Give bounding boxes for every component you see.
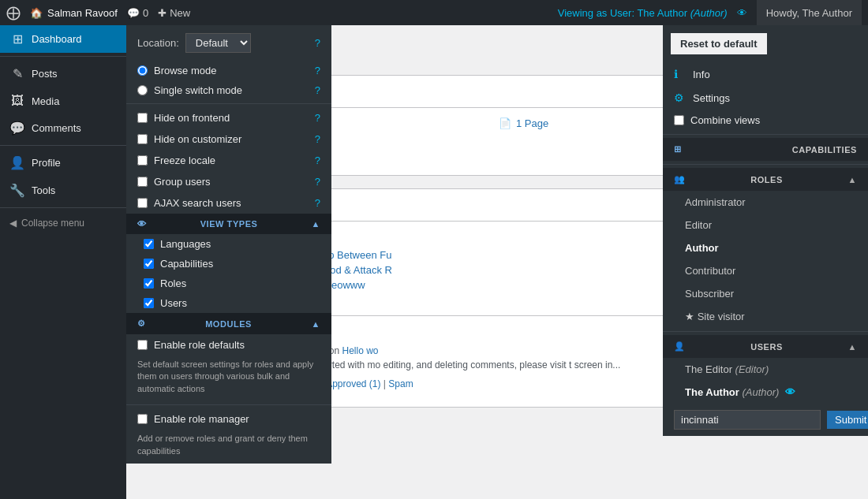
tools-icon: 🔧 [9, 183, 25, 198]
hide-frontend-row: Hide on frontend ? [126, 107, 331, 128]
group-users-help[interactable]: ? [315, 176, 320, 188]
divider [126, 103, 331, 104]
hide-frontend-checkbox[interactable] [137, 113, 148, 123]
admin-bar: ⨁ 🏠 Salman Ravoof 💬 0 ✚ New Viewing as U… [0, 0, 868, 25]
users-checkbox[interactable] [144, 298, 154, 308]
modules-header: ⚙ MODULES ▲ [126, 313, 331, 334]
user-author[interactable]: The Author (Author) 👁 [663, 381, 868, 404]
comments-approved-link[interactable]: Approved (1) [326, 378, 380, 389]
left-settings-panel: Location: Default Custom ? Browse mode ?… [126, 25, 331, 464]
single-switch-help[interactable]: ? [315, 84, 320, 96]
ajax-search-label: AJAX search users [154, 197, 241, 209]
howdy-text[interactable]: Howdy, The Author [757, 0, 862, 25]
location-row: Location: Default Custom ? [126, 25, 331, 61]
location-select[interactable]: Default Custom [185, 33, 251, 53]
sidebar-item-dashboard[interactable]: ⊞ Dashboard [0, 25, 126, 53]
enable-role-manager-desc: Add or remove roles and grant or deny th… [126, 430, 331, 464]
search-input[interactable] [674, 410, 821, 430]
roles-collapse[interactable]: ▲ [848, 175, 857, 184]
freeze-locale-row: Freeze locale ? [126, 150, 331, 171]
ajax-search-checkbox[interactable] [137, 198, 148, 208]
roles-checkbox[interactable] [144, 278, 154, 289]
divider-4 [663, 164, 868, 165]
view-types-icon: 👁 [137, 219, 147, 229]
users-section-label: USERS [750, 342, 783, 352]
role-subscriber[interactable]: Subscriber [663, 282, 868, 305]
wp-logo-icon[interactable]: ⨁ [6, 4, 21, 21]
view-types-label: VIEW TYPES [200, 219, 258, 229]
info-row[interactable]: ℹ Info [663, 62, 868, 86]
capabilities-section-label: CAPABILITIES [792, 145, 857, 155]
comments-count[interactable]: 💬 0 [127, 7, 148, 19]
enable-role-defaults-desc: Set default screen settings for roles an… [126, 356, 331, 401]
sidebar-item-media[interactable]: 🖼 Media [0, 88, 126, 114]
comment-post-link[interactable]: Hello wo [342, 345, 379, 356]
browse-mode-label: Browse mode [154, 65, 216, 76]
role-author[interactable]: Author [663, 236, 868, 259]
ajax-search-row: AJAX search users ? [126, 192, 331, 214]
combine-views-label: Combine views [690, 114, 760, 126]
browse-mode-radio[interactable] [137, 65, 148, 76]
freeze-locale-checkbox[interactable] [137, 155, 148, 166]
capabilities-checkbox[interactable] [144, 259, 154, 269]
roles-label: Roles [160, 277, 186, 289]
collapse-menu-button[interactable]: ◀ Collapse menu [0, 211, 126, 235]
enable-role-manager-label: Enable role manager [154, 413, 249, 425]
enable-role-manager-checkbox[interactable] [137, 414, 148, 424]
role-administrator[interactable]: Administrator [663, 191, 868, 214]
eye-icon[interactable]: 👁 [737, 7, 747, 19]
users-section-header: 👤 USERS ▲ [663, 335, 868, 358]
languages-checkbox[interactable] [144, 239, 154, 249]
hide-frontend-help[interactable]: ? [315, 112, 320, 124]
group-users-row: Group users ? [126, 171, 331, 192]
settings-icon: ⚙ [674, 91, 687, 104]
hide-customizer-help[interactable]: ? [315, 133, 320, 145]
sidebar-item-posts[interactable]: ✎ Posts [0, 60, 126, 88]
hide-customizer-checkbox[interactable] [137, 134, 148, 144]
freeze-locale-label: Freeze locale [154, 155, 215, 166]
user-editor[interactable]: The Editor (Editor) [663, 358, 868, 381]
single-switch-radio[interactable] [137, 85, 148, 95]
languages-row: Languages [126, 234, 331, 254]
divider-2 [126, 404, 331, 405]
view-types-collapse[interactable]: ▲ [312, 219, 320, 229]
site-name[interactable]: 🏠 Salman Ravoof [30, 7, 118, 19]
user-author-eye-icon[interactable]: 👁 [785, 386, 795, 398]
hide-customizer-row: Hide on customizer ? [126, 128, 331, 150]
roles-section-label: ROLES [750, 175, 783, 184]
menu-separator [0, 56, 126, 57]
enable-role-defaults-label: Enable role defaults [154, 339, 245, 351]
users-section-icon: 👤 [674, 341, 686, 352]
new-button[interactable]: ✚ New [158, 7, 190, 19]
sidebar-item-comments[interactable]: 💬 Comments [0, 114, 126, 142]
location-label: Location: [137, 37, 179, 49]
site-visitor-icon: ★ [685, 311, 698, 322]
single-switch-label: Single switch mode [154, 84, 242, 96]
combine-views-checkbox[interactable] [674, 115, 684, 125]
users-collapse[interactable]: ▲ [848, 342, 857, 352]
modules-label: MODULES [205, 319, 252, 329]
divider-3 [663, 134, 868, 135]
ajax-search-help[interactable]: ? [315, 197, 320, 209]
role-contributor[interactable]: Contributor [663, 259, 868, 282]
modules-collapse[interactable]: ▲ [312, 319, 320, 329]
location-help-icon[interactable]: ? [315, 37, 320, 49]
sidebar: ⊞ Dashboard ✎ Posts 🖼 Media 💬 Comments 👤… [0, 25, 126, 499]
pages-stat-icon: 📄 [499, 117, 511, 129]
freeze-locale-help[interactable]: ? [315, 155, 320, 166]
submit-button[interactable]: Submit [827, 411, 868, 429]
right-switcher-panel: Reset to default ℹ Info ⚙ Settings Combi… [663, 25, 868, 436]
comments-icon: 💬 [9, 121, 25, 136]
reset-to-default-button[interactable]: Reset to default [671, 33, 767, 54]
sidebar-item-tools[interactable]: 🔧 Tools [0, 177, 126, 204]
enable-role-defaults-checkbox[interactable] [137, 340, 148, 350]
sidebar-item-profile[interactable]: 👤 Profile [0, 149, 126, 177]
comments-spam-link[interactable]: Spam [388, 378, 413, 389]
group-users-checkbox[interactable] [137, 177, 148, 187]
role-site-visitor[interactable]: ★ Site visitor [663, 305, 868, 328]
roles-section-header: 👥 ROLES ▲ [663, 168, 868, 191]
browse-mode-help[interactable]: ? [315, 65, 320, 76]
role-editor[interactable]: Editor [663, 214, 868, 236]
settings-row[interactable]: ⚙ Settings [663, 86, 868, 110]
enable-role-manager-row: Enable role manager [126, 408, 331, 430]
